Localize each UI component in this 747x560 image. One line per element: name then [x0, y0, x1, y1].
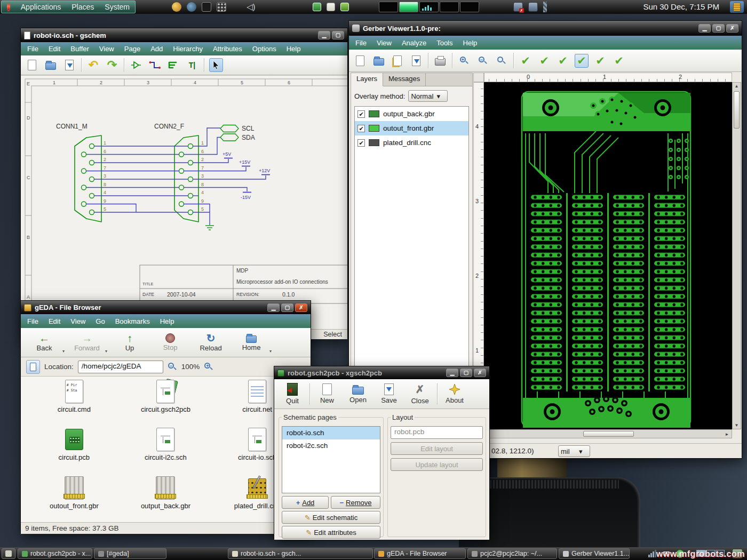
close-button[interactable]: ✗ — [726, 24, 738, 33]
file-item-outout-front-gbr[interactable]: outout_front.gbr — [28, 476, 120, 522]
about-button[interactable]: About — [441, 381, 468, 407]
system-menu[interactable]: System — [105, 3, 130, 11]
up-button[interactable]: ↑ Up — [110, 330, 149, 355]
scroll-right-icon[interactable]: ► — [723, 432, 731, 437]
network-offline-icon[interactable]: ✗ — [513, 2, 523, 12]
overlay-method-select[interactable]: Normal ▾ — [408, 90, 448, 102]
gschem-titlebar[interactable]: robot-io.sch - gschem ▁ ▢ — [21, 28, 347, 42]
scroll-thumb[interactable] — [734, 91, 740, 129]
forward-dropdown[interactable]: ▾ — [105, 349, 107, 354]
stop-button[interactable]: Stop — [151, 330, 189, 355]
taskbar-item-gschem[interactable]: robot-io.sch - gsch... — [228, 548, 373, 559]
layer-row-output-back[interactable]: ✔ output_back.gbr — [355, 107, 468, 121]
menu-tools[interactable]: Tools — [436, 39, 452, 47]
pcb-applet-icon[interactable] — [313, 3, 321, 11]
xgsch2pcb-titlebar[interactable]: robot.gsch2pcb - xgsch2pcb ▁ ▢ ✗ — [274, 366, 489, 379]
layer-checkbox[interactable]: ✔ — [357, 110, 365, 118]
minimize-button[interactable]: ▁ — [446, 369, 458, 377]
schematic-canvas[interactable]: 12 34 56 ED CB A CONN1_M CONN2_F — [21, 75, 347, 329]
menu-options[interactable]: Options — [252, 45, 276, 53]
menu-analyze[interactable]: Analyze — [402, 39, 426, 47]
menu-go[interactable]: Go — [96, 317, 105, 325]
file-item-output-back-gbr[interactable]: output_back.gbr — [120, 476, 212, 522]
show-desktop-button[interactable] — [2, 548, 15, 559]
gerber-titlebar[interactable]: Gerber Viewer1.1.0-pre: ▁ ▢ ✗ — [349, 21, 742, 36]
web-browser-icon[interactable] — [187, 2, 196, 12]
taskbar-item-file-browser[interactable]: gEDA - File Browser — [374, 548, 466, 559]
maximize-button[interactable]: ▢ — [460, 369, 472, 377]
add-net-button[interactable] — [148, 58, 162, 72]
taskbar-item-geda-irc[interactable]: [#geda] — [94, 548, 166, 559]
menu-file[interactable]: File — [27, 317, 38, 325]
workflow-icon[interactable] — [217, 2, 226, 12]
open-project-button[interactable] — [372, 54, 386, 68]
menu-bookmarks[interactable]: Bookmarks — [115, 317, 150, 325]
check-tool-1[interactable]: ✔ — [519, 54, 533, 68]
location-input[interactable]: /home/pcjc2/gEDA — [78, 361, 163, 373]
monitor-applet-3[interactable] — [419, 2, 439, 12]
print-button[interactable] — [433, 54, 447, 68]
menu-edit[interactable]: Edit — [49, 317, 60, 325]
menu-add[interactable]: Add — [150, 45, 163, 53]
file-item-circuit-gsch2pcb[interactable]: circuit.gsch2pcb — [120, 380, 212, 426]
menu-file[interactable]: File — [27, 45, 38, 53]
menu-page[interactable]: Page — [124, 45, 140, 53]
terminal-launcher-icon[interactable] — [202, 2, 211, 12]
new-button[interactable] — [25, 58, 39, 72]
remove-page-button[interactable]: − Remove — [331, 496, 380, 509]
edit-layout-button[interactable]: Edit layout — [391, 442, 483, 455]
units-select[interactable]: mil ▾ — [558, 445, 590, 457]
file-item-circuit-i2c-sch[interactable]: circuit-i2c.sch — [120, 428, 212, 474]
zoom-out-button[interactable]: − — [476, 54, 490, 68]
menu-hierarchy[interactable]: Hierarchy — [173, 45, 203, 53]
notes-button[interactable] — [26, 360, 40, 374]
save-button[interactable]: Save — [375, 381, 403, 407]
horizontal-scrollbar[interactable]: ► — [484, 429, 732, 438]
places-menu[interactable]: Places — [71, 3, 94, 11]
distro-logo-icon[interactable] — [7, 3, 10, 11]
menu-view[interactable]: View — [377, 39, 392, 47]
monitor-applet-4[interactable] — [440, 2, 459, 12]
file-item-circuit-pcb[interactable]: circuit.pcb — [28, 428, 120, 474]
open-button[interactable]: Open — [344, 381, 372, 407]
scroll-up-icon[interactable]: ▲ — [733, 84, 741, 89]
edit-applet-icon[interactable] — [340, 3, 349, 11]
new-button[interactable]: New — [313, 381, 341, 407]
undo-button[interactable]: ↶ — [86, 58, 100, 72]
add-text-button[interactable]: T| — [185, 58, 199, 72]
panel-clock[interactable]: Sun 30 Dec, 7:15 PM — [643, 0, 719, 14]
bluetooth-icon[interactable] — [543, 2, 547, 12]
vertical-scrollbar[interactable]: ▲ ▼ — [732, 82, 741, 429]
zoom-in-button[interactable]: + — [457, 54, 471, 68]
file-item-circuit-cmd[interactable]: # Pir# Sta circuit.cmd — [28, 380, 120, 426]
check-tool-2[interactable]: ✔ — [537, 54, 551, 68]
open-button[interactable] — [44, 58, 58, 72]
layer-color-swatch[interactable] — [369, 139, 379, 146]
layer-checkbox[interactable]: ✔ — [357, 139, 365, 147]
volume-icon[interactable]: ◁) — [247, 2, 256, 12]
minimize-button[interactable]: ▁ — [318, 31, 330, 39]
menu-help[interactable]: Help — [160, 317, 174, 325]
quit-button[interactable]: Quit — [279, 381, 306, 407]
menu-file[interactable]: File — [355, 39, 367, 47]
monitor-applet-5[interactable] — [460, 2, 479, 12]
network-monitor-icon[interactable] — [528, 2, 538, 12]
page-row-robot-io[interactable]: robot-io.sch — [282, 427, 380, 439]
layer-checkbox[interactable]: ✔ — [357, 125, 365, 132]
home-button[interactable]: Home — [232, 330, 271, 355]
edit-attributes-button[interactable]: ✎ Edit attributes — [282, 526, 380, 539]
menu-attributes[interactable]: Attributes — [213, 45, 242, 53]
taskbar-item-gerber-viewer[interactable]: Gerber Viewer1.1.... — [559, 548, 630, 559]
toolbar-overflow[interactable]: ▾ — [269, 349, 272, 354]
check-tool-3[interactable]: ✔ — [556, 54, 570, 68]
layer-color-swatch[interactable] — [369, 110, 379, 117]
monitor-applet-1[interactable] — [379, 2, 398, 12]
minimize-button[interactable]: ▁ — [698, 24, 711, 33]
check-tool-4-selected[interactable]: ✔ — [575, 54, 589, 68]
zoom-fit-button[interactable] — [495, 54, 508, 68]
layer-row-outout-front[interactable]: ✔ outout_front.gbr — [355, 121, 468, 135]
schematic-pages-list[interactable]: robot-io.sch robot-i2c.sch — [282, 426, 380, 493]
maximize-button[interactable]: ▢ — [712, 24, 725, 33]
check-tool-5[interactable]: ✔ — [593, 54, 607, 68]
check-tool-6[interactable]: ✔ — [612, 54, 626, 68]
